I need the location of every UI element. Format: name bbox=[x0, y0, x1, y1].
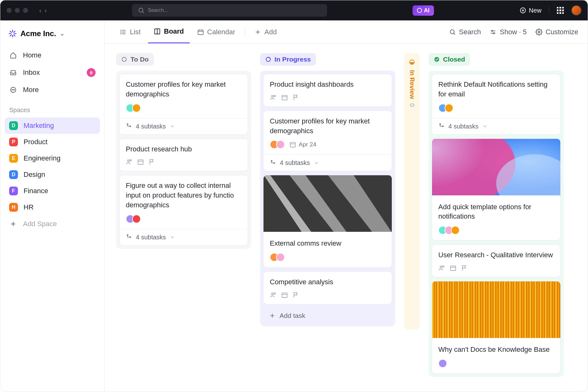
task-card[interactable]: Why can't Docs be Knowledge Base bbox=[432, 281, 561, 374]
assignee-avatars[interactable] bbox=[270, 140, 285, 149]
svg-rect-105 bbox=[504, 281, 505, 338]
svg-rect-78 bbox=[435, 281, 436, 338]
card-title: Customer profiles for key market demogra… bbox=[270, 117, 386, 136]
svg-point-24 bbox=[121, 33, 121, 34]
svg-rect-123 bbox=[550, 281, 552, 338]
add-view[interactable]: Add bbox=[249, 20, 282, 43]
search-icon bbox=[449, 29, 456, 35]
plus-icon bbox=[9, 220, 17, 228]
assignee-icon bbox=[438, 264, 445, 271]
circle-icon bbox=[121, 56, 127, 63]
assignee-avatars[interactable] bbox=[270, 253, 285, 262]
min-window[interactable] bbox=[15, 8, 20, 13]
toolbar-show[interactable]: Show · 5 bbox=[490, 28, 527, 36]
svg-point-44 bbox=[130, 160, 131, 161]
space-item-product[interactable]: PProduct bbox=[5, 134, 100, 150]
svg-point-68 bbox=[442, 126, 443, 127]
view-list[interactable]: List bbox=[114, 20, 146, 43]
svg-rect-85 bbox=[452, 281, 454, 338]
user-avatar[interactable] bbox=[571, 5, 581, 15]
card-title: Add quick template options for notificat… bbox=[438, 202, 554, 222]
assignee-avatars[interactable] bbox=[438, 359, 447, 368]
assignee-avatars[interactable] bbox=[438, 104, 453, 112]
task-card[interactable]: User Research - Qualitative Interview bbox=[432, 244, 561, 277]
space-label: Design bbox=[24, 171, 45, 179]
space-item-design[interactable]: DDesign bbox=[5, 166, 100, 183]
card-subtasks[interactable]: 4 subtasks bbox=[432, 118, 560, 134]
more-icon bbox=[9, 86, 17, 94]
assignee-icon bbox=[270, 291, 277, 298]
space-badge: F bbox=[9, 187, 18, 195]
board-area: To Do Customer profiles for key market d… bbox=[105, 44, 588, 392]
column-review-collapsed[interactable]: In Review 0 bbox=[404, 53, 420, 329]
card-subtasks[interactable]: 4 subtasks bbox=[119, 229, 248, 245]
avatar bbox=[132, 215, 141, 223]
assignee-avatars[interactable] bbox=[438, 226, 460, 235]
ai-button[interactable]: AI bbox=[413, 5, 434, 16]
space-item-marketing[interactable]: DMarketing bbox=[5, 117, 100, 134]
card-title: User Research - Qualitative Interview bbox=[438, 250, 554, 260]
svg-point-60 bbox=[274, 293, 275, 294]
card-title: Product research hub bbox=[126, 144, 241, 154]
svg-rect-112 bbox=[522, 281, 524, 338]
task-card[interactable]: Rethink Default Notifications setting fo… bbox=[432, 74, 561, 135]
svg-point-43 bbox=[128, 160, 130, 161]
assignee-avatars[interactable] bbox=[126, 104, 141, 112]
view-board[interactable]: Board bbox=[148, 20, 190, 43]
view-calendar[interactable]: Calendar bbox=[191, 20, 241, 43]
svg-rect-93 bbox=[473, 281, 475, 338]
column-header-closed[interactable]: Closed bbox=[429, 53, 470, 66]
svg-rect-102 bbox=[496, 281, 498, 338]
sidebar: Acme Inc. ⌄ Home Inbox 9 More Spaces bbox=[0, 20, 105, 392]
space-item-engineering[interactable]: EEngineering bbox=[5, 150, 100, 166]
add-space-button[interactable]: Add Space bbox=[5, 215, 100, 232]
task-card[interactable]: Product insight dashboards bbox=[263, 74, 392, 107]
space-item-hr[interactable]: HHR bbox=[5, 199, 100, 215]
task-card[interactable]: Customer profiles for key market demogra… bbox=[119, 74, 248, 135]
avatar bbox=[451, 226, 460, 235]
svg-point-16 bbox=[14, 90, 15, 90]
task-card[interactable]: External comms review bbox=[263, 175, 392, 268]
new-button[interactable]: New bbox=[519, 7, 541, 14]
column-header-progress[interactable]: In Progress bbox=[260, 53, 316, 66]
svg-line-9 bbox=[10, 31, 11, 32]
nav-home[interactable]: Home bbox=[5, 47, 100, 64]
card-date[interactable]: Apr 24 bbox=[289, 141, 316, 148]
max-window[interactable] bbox=[23, 8, 28, 13]
card-subtasks[interactable]: 4 subtasks bbox=[263, 155, 392, 171]
task-card[interactable]: Competitive analysis bbox=[263, 271, 392, 304]
task-card[interactable]: Customer profiles for key market demogra… bbox=[263, 111, 392, 172]
assignee-avatars[interactable] bbox=[126, 215, 141, 223]
task-card[interactable]: Product research hub bbox=[119, 139, 248, 172]
column-header-todo[interactable]: To Do bbox=[116, 53, 154, 66]
card-subtasks[interactable]: 4 subtasks bbox=[119, 118, 248, 134]
avatar bbox=[438, 359, 447, 368]
task-card[interactable]: Add quick template options for notificat… bbox=[432, 139, 561, 241]
toolbar-search[interactable]: Search bbox=[449, 28, 481, 36]
nav-more[interactable]: More bbox=[5, 81, 100, 98]
global-search[interactable]: Search... bbox=[132, 4, 327, 17]
space-badge: D bbox=[9, 121, 18, 130]
svg-rect-91 bbox=[468, 281, 469, 338]
forward-button[interactable]: › bbox=[45, 7, 47, 14]
space-badge: E bbox=[9, 154, 18, 163]
svg-line-34 bbox=[454, 33, 455, 35]
svg-rect-99 bbox=[489, 281, 490, 338]
nav-inbox[interactable]: Inbox 9 bbox=[5, 64, 100, 81]
add-task-button[interactable]: Add task bbox=[263, 308, 392, 323]
workspace-switcher[interactable]: Acme Inc. ⌄ bbox=[5, 26, 100, 41]
back-button[interactable]: ‹ bbox=[39, 7, 42, 14]
space-label: Finance bbox=[24, 187, 48, 195]
apps-icon[interactable] bbox=[557, 7, 564, 14]
plus-icon bbox=[269, 312, 276, 319]
svg-rect-107 bbox=[509, 281, 511, 338]
svg-point-73 bbox=[442, 266, 444, 267]
close-window[interactable] bbox=[7, 8, 12, 13]
view-toolbar: List Board Calendar Add bbox=[105, 20, 588, 44]
space-badge: D bbox=[9, 170, 18, 179]
toolbar-customize[interactable]: Customize bbox=[535, 28, 578, 36]
svg-point-39 bbox=[538, 31, 540, 33]
task-card[interactable]: Figure out a way to collect internal inp… bbox=[119, 175, 248, 245]
svg-point-41 bbox=[127, 124, 128, 125]
space-item-finance[interactable]: FFinance bbox=[5, 183, 100, 199]
